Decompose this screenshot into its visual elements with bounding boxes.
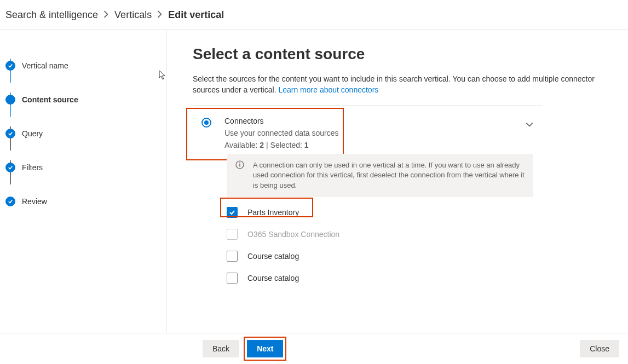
step-label: Vertical name bbox=[22, 61, 68, 70]
connector-label: Parts Inventory bbox=[247, 208, 299, 217]
step-label: Review bbox=[22, 197, 47, 206]
wizard-footer: Back Next Close bbox=[0, 333, 628, 364]
checkbox-checked-icon[interactable] bbox=[227, 207, 238, 218]
check-icon bbox=[5, 61, 15, 71]
step-vertical-name[interactable]: Vertical name bbox=[5, 49, 160, 83]
check-icon bbox=[5, 197, 15, 206]
source-subtitle: Use your connected data sources bbox=[224, 129, 519, 137]
breadcrumb: Search & intelligence Verticals Edit ver… bbox=[0, 0, 628, 30]
connector-item-course-catalog-2[interactable]: Course catalog bbox=[227, 267, 542, 289]
check-icon bbox=[5, 129, 15, 138]
page-description: Select the sources for the content you w… bbox=[193, 74, 602, 95]
connector-label: Course catalog bbox=[247, 274, 299, 282]
step-label: Query bbox=[22, 129, 43, 138]
step-query[interactable]: Query bbox=[5, 117, 160, 151]
chevron-down-icon[interactable] bbox=[526, 121, 533, 130]
step-label: Content source bbox=[22, 95, 78, 104]
dot-icon bbox=[5, 95, 15, 105]
source-counts: Available: 2 | Selected: 1 bbox=[224, 141, 519, 149]
connector-label: O365 Sandbox Connection bbox=[247, 230, 339, 239]
step-review[interactable]: Review bbox=[5, 184, 160, 218]
back-button[interactable]: Back bbox=[203, 340, 239, 357]
page-title: Select a content source bbox=[193, 45, 602, 63]
checkbox-disabled-icon bbox=[227, 229, 238, 240]
checkbox-icon[interactable] bbox=[227, 251, 238, 262]
step-filters[interactable]: Filters bbox=[5, 151, 160, 184]
connector-label: Course catalog bbox=[247, 252, 299, 261]
info-icon bbox=[235, 160, 244, 169]
breadcrumb-item-verticals[interactable]: Verticals bbox=[114, 9, 152, 21]
chevron-right-icon bbox=[103, 9, 109, 21]
content-source-connectors[interactable]: Connectors Use your connected data sourc… bbox=[193, 112, 542, 154]
learn-more-link[interactable]: Learn more about connectors bbox=[278, 85, 378, 94]
connector-item-parts-inventory[interactable]: Parts Inventory bbox=[227, 201, 542, 223]
check-icon bbox=[5, 163, 15, 172]
wizard-steps: Vertical name Content source Query Fi bbox=[0, 30, 166, 333]
connector-item-o365-sandbox: O365 Sandbox Connection bbox=[227, 223, 542, 245]
svg-rect-2 bbox=[239, 164, 240, 167]
chevron-right-icon bbox=[157, 9, 163, 21]
next-button[interactable]: Next bbox=[247, 340, 283, 357]
checkbox-icon[interactable] bbox=[227, 273, 238, 284]
breadcrumb-item-search[interactable]: Search & intelligence bbox=[5, 9, 98, 21]
close-button[interactable]: Close bbox=[580, 340, 619, 357]
info-banner: A connection can only be used in one ver… bbox=[227, 154, 533, 197]
radio-selected-icon[interactable] bbox=[201, 118, 211, 128]
source-name: Connectors bbox=[224, 117, 519, 125]
breadcrumb-item-current: Edit vertical bbox=[168, 9, 224, 21]
step-label: Filters bbox=[22, 163, 43, 172]
step-content-source[interactable]: Content source bbox=[5, 83, 160, 117]
svg-point-1 bbox=[239, 163, 240, 164]
connector-item-course-catalog-1[interactable]: Course catalog bbox=[227, 245, 542, 267]
